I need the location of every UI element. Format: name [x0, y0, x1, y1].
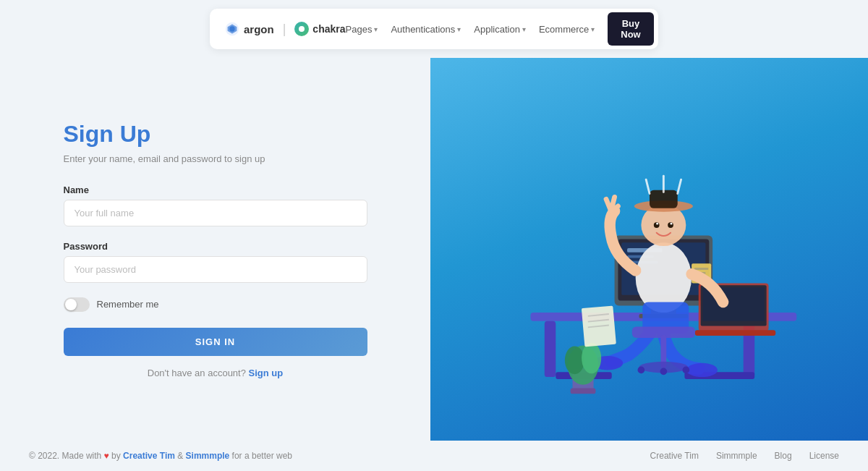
svg-point-40: [637, 366, 644, 373]
argon-brand-label: argon: [244, 23, 274, 35]
footer-links: Creative Tim Simmmple Blog License: [650, 451, 839, 461]
svg-rect-4: [544, 321, 555, 376]
svg-point-42: [682, 366, 689, 373]
chevron-down-icon: ▾: [522, 25, 526, 33]
signin-button[interactable]: SIGN IN: [64, 328, 367, 356]
chevron-down-icon: ▾: [591, 25, 595, 33]
remember-me-label: Remember me: [97, 299, 159, 310]
name-field-group: Name: [64, 184, 367, 226]
nav-ecom-label: Ecommerce: [539, 24, 589, 35]
svg-point-36: [686, 362, 718, 376]
footer-copyright: © 2022. Made with: [29, 451, 101, 461]
nav-ecommerce[interactable]: Ecommerce ▾: [539, 24, 595, 35]
hero-illustration: [475, 96, 825, 404]
footer: © 2022. Made with ♥ by Creative Tim & Si…: [0, 441, 868, 471]
signup-link-row: Don't have an account? Sign up: [64, 368, 367, 378]
chakra-logo-icon: [294, 22, 309, 36]
name-label: Name: [64, 184, 367, 195]
remember-me-toggle[interactable]: [64, 297, 90, 312]
nav-application[interactable]: Application ▾: [474, 24, 526, 35]
svg-point-49: [582, 342, 601, 373]
toggle-thumb: [65, 299, 77, 310]
left-panel: Sign Up Enter your name, email and passw…: [0, 58, 430, 441]
svg-point-30: [670, 222, 672, 224]
name-input[interactable]: [64, 200, 367, 226]
signup-title: Sign Up: [64, 121, 367, 148]
svg-point-41: [660, 368, 667, 375]
footer-for-text: for a better web: [232, 451, 292, 461]
svg-line-45: [677, 179, 681, 193]
navbar-nav: Pages ▾ Authentications ▾ Application ▾ …: [346, 12, 654, 46]
svg-point-29: [656, 222, 658, 224]
signup-form-container: Sign Up Enter your name, email and passw…: [64, 121, 367, 378]
footer-link-creative-tim[interactable]: Creative Tim: [650, 451, 699, 461]
remember-me-row: Remember me: [64, 297, 367, 312]
password-label: Password: [64, 241, 367, 252]
svg-rect-17: [694, 268, 707, 270]
brand-argon[interactable]: argon: [224, 21, 274, 37]
heart-icon: ♥: [104, 451, 111, 461]
chakra-brand-label: chakra: [312, 23, 345, 35]
nav-authentications[interactable]: Authentications ▾: [391, 24, 461, 35]
svg-rect-50: [570, 388, 595, 394]
password-field-group: Password: [64, 241, 367, 283]
toggle-track: [64, 297, 90, 312]
main-content: Sign Up Enter your name, email and passw…: [0, 58, 868, 441]
svg-point-2: [229, 26, 234, 31]
chevron-down-icon: ▾: [374, 25, 378, 33]
right-panel: [430, 58, 868, 441]
brand-chakra[interactable]: chakra: [294, 22, 345, 36]
buy-now-button[interactable]: Buy Now: [608, 12, 653, 46]
nav-pages[interactable]: Pages ▾: [346, 24, 378, 35]
nav-auth-label: Authentications: [391, 24, 455, 35]
footer-by: by: [111, 451, 121, 461]
footer-link-simmmple[interactable]: Simmmple: [716, 451, 757, 461]
footer-creative-tim-link[interactable]: Creative Tim: [123, 451, 175, 461]
brand-divider: |: [283, 22, 286, 37]
password-input[interactable]: [64, 256, 367, 283]
no-account-text: Don't have an account?: [148, 368, 246, 378]
signup-subtitle: Enter your name, email and password to s…: [64, 153, 367, 164]
brand-container: argon | chakra: [224, 21, 346, 37]
svg-rect-22: [694, 330, 775, 336]
chakra-inner-circle: [299, 26, 305, 32]
svg-point-48: [564, 346, 584, 374]
navbar: argon | chakra Pages ▾ Authentications ▾…: [210, 9, 658, 49]
chevron-down-icon: ▾: [457, 25, 461, 33]
footer-link-license[interactable]: License: [809, 451, 839, 461]
footer-container: © 2022. Made with ♥ by Creative Tim & Si…: [14, 451, 854, 461]
footer-amp: &: [177, 451, 185, 461]
argon-logo-icon: [224, 21, 240, 37]
signup-link[interactable]: Sign up: [249, 368, 284, 378]
nav-app-label: Application: [474, 24, 520, 35]
nav-pages-label: Pages: [346, 24, 373, 35]
footer-link-blog[interactable]: Blog: [775, 451, 792, 461]
footer-left: © 2022. Made with ♥ by Creative Tim & Si…: [29, 451, 292, 461]
svg-line-43: [646, 179, 650, 193]
footer-simmmple-link[interactable]: Simmmple: [186, 451, 230, 461]
